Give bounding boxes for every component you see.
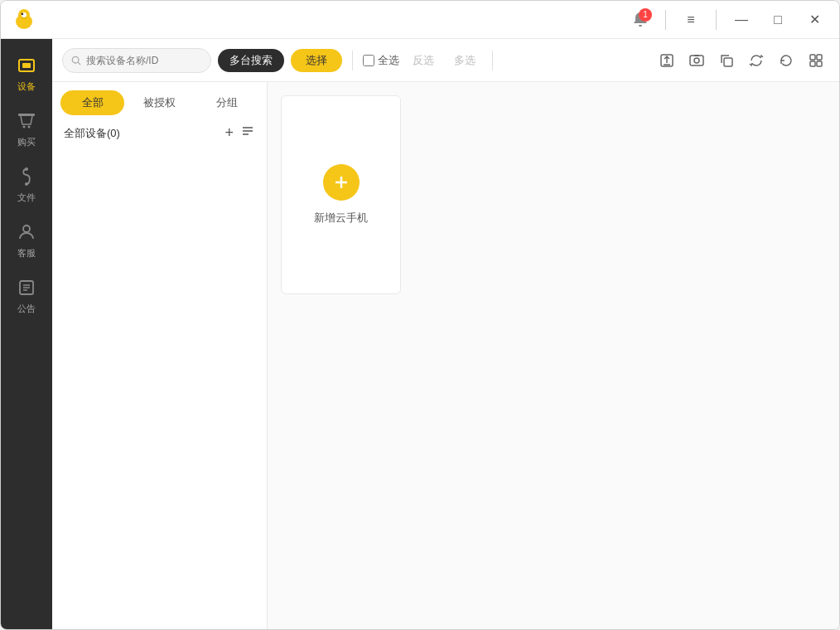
multi-search-button[interactable]: 多台搜索 bbox=[218, 49, 284, 72]
support-icon bbox=[15, 220, 38, 244]
tab-all[interactable]: 全部 bbox=[60, 90, 124, 115]
sidebar-buy-label: 购买 bbox=[17, 136, 36, 148]
screenshot-button[interactable] bbox=[683, 47, 710, 74]
device-grid: 新增云手机 bbox=[281, 95, 826, 294]
devices-icon bbox=[15, 54, 38, 77]
buy-icon bbox=[15, 109, 38, 133]
panel-header-actions: + bbox=[224, 124, 255, 143]
export-button[interactable] bbox=[654, 47, 680, 74]
svg-line-16 bbox=[78, 62, 80, 65]
sidebar-item-notice[interactable]: 公告 bbox=[1, 268, 52, 323]
select-button[interactable]: 选择 bbox=[291, 49, 342, 72]
sidebar-support-label: 客服 bbox=[17, 247, 36, 259]
sync-button[interactable] bbox=[743, 47, 770, 74]
titlebar-right: 1 ≡ — □ ✕ bbox=[625, 5, 829, 35]
svg-rect-5 bbox=[639, 25, 642, 27]
panel-header: 全部设备(0) + bbox=[52, 115, 267, 151]
svg-point-11 bbox=[25, 167, 28, 171]
search-icon bbox=[71, 55, 81, 66]
notification-button[interactable]: 1 bbox=[625, 5, 655, 35]
content-area: 多台搜索 选择 全选 反选 多选 bbox=[52, 39, 839, 629]
svg-rect-20 bbox=[694, 55, 699, 56]
sidebar-item-files[interactable]: 文件 bbox=[1, 157, 52, 212]
svg-rect-25 bbox=[817, 61, 822, 66]
sidebar-item-devices[interactable]: 设备 bbox=[1, 46, 52, 101]
svg-rect-7 bbox=[22, 63, 31, 68]
refresh-button[interactable] bbox=[773, 47, 799, 74]
minimize-button[interactable]: — bbox=[727, 5, 756, 35]
sidebar-item-support[interactable]: 客服 bbox=[1, 212, 52, 268]
select-all-wrap[interactable]: 全选 bbox=[363, 53, 399, 68]
add-device-icon bbox=[323, 164, 360, 201]
left-panel: 全部 被授权 分组 全部设备(0) + bbox=[52, 82, 268, 629]
all-devices-label: 全部设备(0) bbox=[64, 126, 120, 141]
menu-button[interactable]: ≡ bbox=[676, 5, 706, 35]
toolbar-divider1 bbox=[352, 51, 353, 70]
svg-rect-23 bbox=[817, 55, 822, 60]
titlebar: 1 ≡ — □ ✕ bbox=[1, 1, 839, 39]
notification-badge: 1 bbox=[639, 8, 652, 22]
notice-icon bbox=[15, 276, 38, 299]
app-window: 1 ≡ — □ ✕ 设备 bbox=[0, 0, 840, 630]
toolbar-right bbox=[654, 47, 829, 74]
app-logo bbox=[11, 7, 37, 33]
select-all-checkbox[interactable] bbox=[363, 55, 374, 66]
grid-button[interactable] bbox=[803, 47, 829, 74]
titlebar-left bbox=[11, 7, 37, 33]
search-wrap[interactable] bbox=[62, 48, 211, 73]
select-all-label: 全选 bbox=[378, 53, 399, 68]
titlebar-divider bbox=[665, 10, 666, 30]
sidebar-files-label: 文件 bbox=[17, 191, 36, 204]
svg-rect-21 bbox=[724, 58, 732, 66]
svg-point-12 bbox=[25, 182, 28, 186]
tab-authorized[interactable]: 被授权 bbox=[128, 90, 191, 115]
titlebar-divider2 bbox=[716, 10, 717, 30]
sidebar-notice-label: 公告 bbox=[17, 303, 36, 315]
svg-point-9 bbox=[23, 126, 26, 128]
multi-select-button[interactable]: 多选 bbox=[447, 50, 482, 71]
sidebar-item-buy[interactable]: 购买 bbox=[1, 101, 52, 157]
maximize-button[interactable]: □ bbox=[763, 5, 793, 35]
tab-group[interactable]: 分组 bbox=[195, 90, 258, 115]
svg-point-15 bbox=[72, 56, 79, 63]
sidebar: 设备 购买 bbox=[1, 39, 52, 629]
main-layout: 设备 购买 bbox=[1, 39, 839, 629]
svg-rect-8 bbox=[18, 114, 35, 116]
svg-point-13 bbox=[23, 225, 30, 232]
svg-rect-18 bbox=[690, 56, 703, 65]
tab-bar: 全部 被授权 分组 bbox=[52, 82, 267, 115]
panel-layout: 全部 被授权 分组 全部设备(0) + bbox=[52, 82, 839, 629]
svg-point-19 bbox=[694, 58, 699, 63]
sort-button[interactable] bbox=[240, 124, 255, 143]
files-icon bbox=[15, 165, 38, 188]
add-device-label: 新增云手机 bbox=[314, 211, 368, 225]
add-group-button[interactable]: + bbox=[224, 124, 234, 142]
toolbar-divider2 bbox=[492, 51, 493, 70]
sidebar-devices-label: 设备 bbox=[17, 80, 36, 93]
add-device-card[interactable]: 新增云手机 bbox=[281, 95, 401, 294]
svg-rect-24 bbox=[810, 61, 815, 66]
search-input[interactable] bbox=[86, 55, 202, 66]
svg-rect-22 bbox=[810, 55, 815, 60]
svg-point-10 bbox=[28, 126, 31, 128]
toolbar: 多台搜索 选择 全选 反选 多选 bbox=[52, 39, 839, 82]
right-panel: 新增云手机 bbox=[268, 82, 839, 629]
copy-button[interactable] bbox=[713, 47, 740, 74]
invert-button[interactable]: 反选 bbox=[406, 50, 441, 71]
svg-point-4 bbox=[22, 12, 23, 14]
close-button[interactable]: ✕ bbox=[799, 5, 829, 35]
